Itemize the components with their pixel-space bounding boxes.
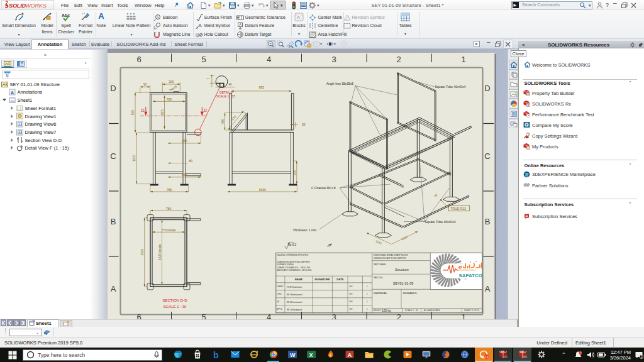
svg-text:400: 400	[221, 119, 225, 124]
svg-text:C: C	[484, 151, 490, 161]
svg-text:D: D	[110, 84, 116, 93]
svg-text:SCALE 1 : 30: SCALE 1 : 30	[405, 309, 418, 312]
svg-text:SURFACE FINISH:: SURFACE FINISH:	[277, 263, 294, 266]
svg-text:50: 50	[302, 123, 306, 126]
svg-text:4: 4	[267, 55, 271, 64]
svg-text:PART NO.: PART NO.	[374, 277, 384, 279]
svg-text:SCALE 1 : 30: SCALE 1 : 30	[164, 305, 187, 309]
svg-text:A: A	[297, 14, 300, 20]
svg-text:Thickness: 1 mm: Thickness: 1 mm	[293, 228, 317, 232]
svg-text:LINEAR TOLERANCES: 0M 00 2N: LINEAR TOLERANCES: 0M 00 2N0	[277, 266, 311, 269]
svg-text:DEBURR AND BREAK SHARP EDGES: DEBURR AND BREAK SHARP EDGES	[374, 254, 408, 256]
svg-text:1530: 1530	[140, 248, 144, 255]
svg-text:WORKS: WORKS	[25, 3, 47, 9]
svg-text:MATERIAL:: MATERIAL:	[374, 292, 388, 295]
svg-text:1: 1	[461, 55, 465, 64]
svg-text:80: 80	[189, 159, 193, 163]
svg-text:A: A	[11, 90, 14, 96]
svg-text:D: D	[142, 108, 145, 112]
svg-text:1200: 1200	[132, 155, 136, 162]
svg-text:A: A	[485, 284, 491, 293]
svg-text:5: 5	[201, 312, 206, 319]
svg-text:b: b	[213, 350, 219, 360]
svg-text:C: C	[110, 151, 116, 161]
svg-text:5: 5	[201, 55, 206, 64]
svg-text:A3 LANDSCAPE: A3 LANDSCAPE	[424, 309, 440, 312]
svg-text:4: 4	[267, 312, 271, 319]
svg-text:M.Jafaripour: M.Jafaripour	[287, 308, 303, 311]
svg-text:UNLESS OTHERWISE SPECIFIED:: UNLESS OTHERWISE SPECIFIED:	[277, 254, 309, 256]
svg-text:780: 780	[166, 207, 172, 211]
svg-text:905: 905	[131, 110, 135, 116]
svg-text:DRAWN: DRAWN	[277, 285, 283, 288]
svg-text:340: 340	[182, 139, 187, 143]
svg-text:H.R.Kamran: H.R.Kamran	[287, 285, 303, 288]
svg-text:A: A	[348, 351, 352, 358]
svg-text:C Channel 80 x 8: C Channel 80 x 8	[311, 186, 336, 190]
svg-text:REF.: REF.	[350, 300, 353, 303]
svg-text:PART NAME: PART NAME	[374, 263, 386, 266]
svg-text:340: 340	[182, 173, 187, 177]
svg-text:13: 13	[485, 356, 489, 359]
svg-text:1520 inside: 1520 inside	[158, 244, 162, 260]
svg-text:SECTION D-D: SECTION D-D	[163, 299, 188, 302]
svg-text:SAFATCO: SAFATCO	[459, 273, 482, 278]
svg-text:105 kg: 105 kg	[382, 309, 391, 312]
svg-text:Ra 6.3: Ra 6.3	[288, 243, 297, 246]
svg-text:D: D	[484, 84, 490, 93]
svg-text:1530: 1530	[259, 188, 266, 192]
svg-text:M.Khorasani: M.Khorasani	[287, 300, 303, 304]
svg-text:780: 780	[167, 188, 172, 192]
svg-text:CHKD: CHKD	[277, 293, 282, 295]
svg-text:995: 995	[259, 85, 265, 89]
svg-text:3: 3	[641, 354, 643, 358]
svg-text:1: 1	[157, 15, 159, 19]
svg-text:W: W	[290, 352, 296, 358]
svg-text:REF.: REF.	[350, 293, 353, 295]
svg-text:Square Tube 40x40x4: Square Tube 40x40x4	[425, 220, 456, 224]
svg-text:SHEET 1 OF 11: SHEET 1 OF 11	[464, 309, 479, 312]
svg-text:2016: 2016	[504, 356, 508, 358]
svg-text:770 inside: 770 inside	[162, 228, 176, 232]
svg-text:780: 780	[167, 97, 172, 101]
svg-text:40: 40	[229, 83, 233, 86]
svg-text:SW: SW	[520, 351, 524, 353]
svg-text:H. Montazeri: H. Montazeri	[287, 293, 303, 296]
svg-text:Abc: Abc	[62, 13, 70, 18]
svg-text:6: 6	[136, 312, 141, 319]
svg-text:Square Tube 40x40x4: Square Tube 40x40x4	[435, 85, 466, 89]
svg-text:2: 2	[396, 55, 401, 64]
svg-text:NAME: NAME	[295, 278, 303, 281]
svg-text:3: 3	[331, 312, 336, 319]
svg-text:Angle Iron 35x35x5: Angle Iron 35x35x5	[326, 82, 353, 85]
svg-text:A: A	[111, 284, 116, 293]
svg-text:7: 7	[207, 77, 210, 79]
svg-text:SEY01-01-09: SEY01-01-09	[393, 282, 413, 285]
svg-text:A: A	[239, 23, 242, 26]
svg-text:ANGULAR TOLERANCES: 0M 00 2N0: ANGULAR TOLERANCES: 0M 00 2N0	[277, 269, 312, 272]
svg-text:SIGNATURE: SIGNATURE	[314, 278, 330, 281]
svg-text:3: 3	[331, 55, 336, 64]
svg-text:REMARKS:: REMARKS:	[403, 292, 418, 295]
svg-text:DATE: DATE	[336, 278, 343, 281]
svg-text:DIMENSIONS ARE IN MILLIMETERS: DIMENSIONS ARE IN MILLIMETERS	[277, 261, 310, 263]
svg-text:WEIGHT:: WEIGHT:	[374, 309, 382, 312]
svg-text:SOLID: SOLID	[9, 3, 26, 9]
svg-text:2019: 2019	[523, 356, 527, 358]
svg-text:200: 200	[169, 80, 174, 84]
svg-text:APPVD: APPVD	[277, 308, 282, 310]
svg-text:280: 280	[292, 170, 296, 175]
svg-text:REF.: REF.	[350, 308, 353, 310]
svg-text:DIMENSIONS ARE IN MILLIMETERS: DIMENSIONS ARE IN MILLIMETERS	[374, 257, 406, 260]
svg-text:1: 1	[461, 312, 465, 319]
svg-text:D: D	[204, 108, 207, 112]
svg-text:!: !	[580, 351, 580, 354]
svg-text:REF.: REF.	[350, 285, 353, 288]
svg-text:825: 825	[160, 109, 164, 115]
svg-text:B: B	[111, 217, 116, 226]
svg-text:SCALE 1 : 15: SCALE 1 : 15	[216, 94, 236, 98]
svg-text:TRUE R13: TRUE R13	[451, 207, 466, 211]
svg-text:92: 92	[143, 82, 147, 86]
svg-text:QA: QA	[277, 300, 279, 303]
svg-text:X: X	[309, 352, 313, 358]
